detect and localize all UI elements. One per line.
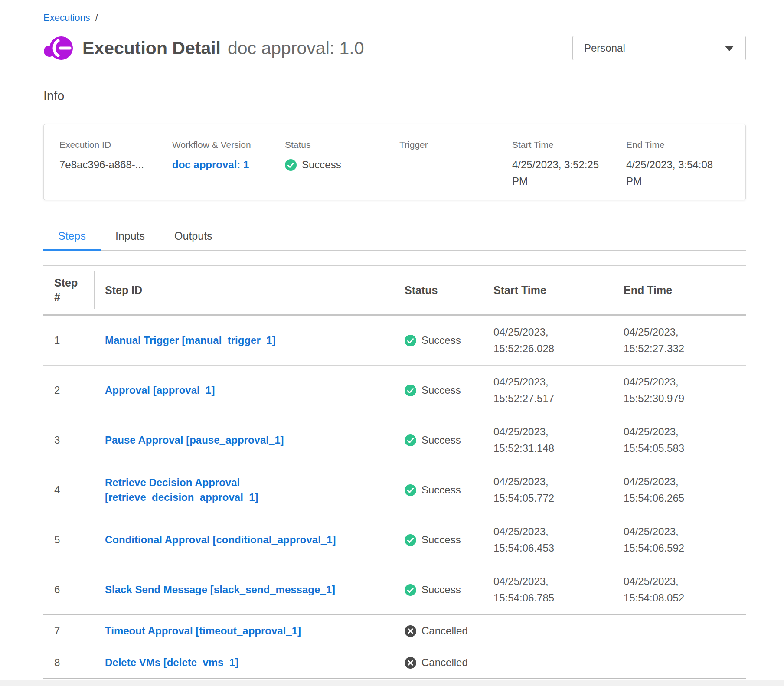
steps-table: Step # Step ID Status Start Time End Tim… (43, 265, 746, 679)
field-label: Execution ID (59, 139, 172, 150)
start-time: 04/25/2023,15:54:06.785 (493, 573, 604, 606)
step-id-link[interactable]: Slack Send Message [slack_send_message_1… (105, 582, 335, 597)
status-icon (405, 625, 416, 637)
table-row: 5 Conditional Approval [conditional_appr… (43, 515, 746, 565)
field-workflow-version: Workflow & Version doc approval: 1 (172, 139, 285, 189)
info-section-heading: Info (43, 88, 746, 104)
column-header-end-time: End Time (613, 265, 746, 315)
status-cell: Success (405, 433, 474, 448)
status-cell: Success (405, 582, 474, 597)
status-icon (405, 534, 416, 546)
scope-dropdown-value: Personal (584, 42, 625, 54)
column-header-step-number: Step # (43, 265, 94, 315)
breadcrumb: Executions/ (43, 12, 746, 23)
field-execution-id: Execution ID 7e8ac396-a868-... (59, 139, 172, 189)
end-time: 04/25/2023,15:54:06.265 (624, 474, 737, 506)
start-time: 04/25/2023,15:52:26.028 (493, 324, 604, 357)
start-time: 04/25/2023,15:52:31.148 (493, 424, 604, 457)
status-label: Success (421, 333, 461, 348)
column-header-step-id: Step ID (94, 265, 394, 315)
step-id-link[interactable]: Pause Approval [pause_approval_1] (105, 433, 284, 448)
step-number: 2 (54, 384, 60, 396)
step-number: 1 (54, 334, 60, 346)
info-card: Execution ID 7e8ac396-a868-... Workflow … (43, 124, 746, 200)
end-time: 04/25/2023,15:52:30.979 (624, 374, 737, 407)
field-label: Start Time (512, 139, 626, 150)
execution-id-value: 7e8ac396-a868-... (59, 157, 172, 173)
page-bottom-strip (0, 680, 784, 686)
tab-steps[interactable]: Steps (43, 225, 101, 251)
step-id-link[interactable]: Conditional Approval [conditional_approv… (105, 532, 336, 547)
table-row: 8 Delete VMs [delete_vms_1] Cancelled (43, 647, 746, 679)
title-divider (43, 74, 746, 74)
status-label: Success (421, 532, 461, 547)
tab-outputs[interactable]: Outputs (160, 225, 227, 251)
field-trigger: Trigger (399, 139, 512, 189)
status-icon (405, 484, 416, 496)
scope-dropdown[interactable]: Personal (572, 36, 746, 60)
start-time: 04/25/2023,15:54:05.772 (493, 474, 604, 506)
table-row: 2 Approval [approval_1] Success 04/25/20… (43, 366, 746, 415)
step-id-link[interactable]: Timeout Approval [timeout_approval_1] (105, 624, 301, 638)
page-subtitle: doc approval: 1.0 (228, 38, 364, 59)
status-cell: Cancelled (405, 655, 474, 670)
workflow-version-link[interactable]: doc approval: 1 (172, 157, 285, 173)
table-row: 4 Retrieve Decision Approval [retrieve_d… (43, 465, 746, 515)
field-end-time: End Time 4/25/2023, 3:54:08PM (626, 139, 745, 189)
workflow-brand-icon (43, 35, 73, 61)
detail-tabs: Steps Inputs Outputs (43, 225, 746, 251)
status-cell: Success (405, 333, 474, 348)
info-divider (43, 110, 746, 110)
status-label: Success (421, 483, 461, 497)
step-id-link[interactable]: Delete VMs [delete_vms_1] (105, 655, 238, 670)
status-label: Success (302, 157, 341, 173)
table-row: 1 Manual Trigger [manual_trigger_1] Succ… (43, 315, 746, 366)
step-id-link[interactable]: Approval [approval_1] (105, 383, 215, 398)
breadcrumb-separator: / (95, 12, 98, 23)
status-label: Success (421, 383, 461, 398)
status-cell: Success (405, 383, 474, 398)
status-icon (405, 584, 416, 596)
title-row: Execution Detail doc approval: 1.0 Perso… (43, 34, 746, 62)
status-value: Success (285, 157, 399, 173)
status-cell: Cancelled (405, 624, 474, 638)
step-id-link[interactable]: Manual Trigger [manual_trigger_1] (105, 333, 275, 348)
end-time-value: 4/25/2023, 3:54:08PM (626, 157, 745, 189)
start-time: 04/25/2023,15:54:06.453 (493, 523, 604, 556)
end-time: 04/25/2023,15:54:08.052 (624, 573, 737, 606)
status-cell: Success (405, 483, 474, 497)
field-label: Trigger (399, 139, 512, 150)
table-row: 7 Timeout Approval [timeout_approval_1] … (43, 615, 746, 647)
status-icon (405, 434, 416, 446)
field-label: Workflow & Version (172, 139, 285, 150)
status-label: Success (421, 582, 461, 597)
step-id-link[interactable]: Retrieve Decision Approval [retrieve_dec… (105, 475, 365, 505)
status-label: Cancelled (421, 655, 468, 670)
status-label: Success (421, 433, 461, 448)
status-label: Cancelled (421, 624, 468, 638)
step-number: 5 (54, 534, 60, 546)
field-label: End Time (626, 139, 745, 150)
table-row: 3 Pause Approval [pause_approval_1] Succ… (43, 415, 746, 465)
field-status: Status Success (285, 139, 399, 189)
field-start-time: Start Time 4/25/2023, 3:52:25PM (512, 139, 626, 189)
breadcrumb-executions-link[interactable]: Executions (43, 12, 90, 23)
end-time: 04/25/2023,15:54:06.592 (624, 523, 737, 556)
start-time-value: 4/25/2023, 3:52:25PM (512, 157, 626, 189)
step-number: 4 (54, 484, 60, 496)
chevron-down-icon (725, 46, 734, 51)
column-header-status: Status (394, 265, 483, 315)
tab-inputs[interactable]: Inputs (101, 225, 160, 251)
page-title: Execution Detail (82, 38, 221, 59)
step-number: 6 (54, 584, 60, 595)
step-number: 3 (54, 434, 60, 446)
column-header-start-time: Start Time (483, 265, 613, 315)
end-time: 04/25/2023,15:54:05.583 (624, 424, 737, 457)
steps-table-body: 1 Manual Trigger [manual_trigger_1] Succ… (43, 315, 746, 679)
end-time: 04/25/2023,15:52:27.332 (624, 324, 737, 357)
steps-table-header: Step # Step ID Status Start Time End Tim… (43, 265, 746, 315)
status-icon (405, 657, 416, 669)
start-time: 04/25/2023,15:52:27.517 (493, 374, 604, 407)
table-row: 6 Slack Send Message [slack_send_message… (43, 565, 746, 615)
status-icon (405, 385, 416, 396)
